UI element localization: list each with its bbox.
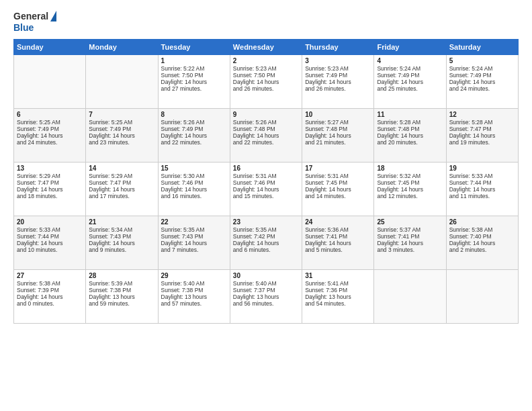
day-number: 10 [305, 111, 371, 118]
day-info: Daylight: 14 hours [89, 132, 154, 139]
day-info: and 19 minutes. [449, 139, 515, 146]
calendar-cell: 7Sunrise: 5:25 AMSunset: 7:49 PMDaylight… [86, 108, 158, 162]
day-info: Sunset: 7:41 PM [377, 233, 443, 240]
calendar-cell: 2Sunrise: 5:23 AMSunset: 7:50 PMDaylight… [230, 54, 302, 108]
calendar-cell: 22Sunrise: 5:35 AMSunset: 7:43 PMDayligh… [158, 216, 230, 269]
weekday-header-monday: Monday [86, 39, 158, 54]
day-info: Sunset: 7:50 PM [233, 72, 299, 79]
day-info: Sunrise: 5:33 AM [17, 226, 83, 233]
day-info: Sunrise: 5:29 AM [17, 173, 83, 179]
calendar-cell: 21Sunrise: 5:34 AMSunset: 7:43 PMDayligh… [86, 216, 158, 269]
day-info: and 21 minutes. [305, 139, 371, 146]
day-info: and 18 minutes. [17, 193, 83, 199]
calendar-cell: 23Sunrise: 5:35 AMSunset: 7:42 PMDayligh… [230, 216, 302, 269]
day-info: and 3 minutes. [377, 246, 443, 253]
day-info: Sunrise: 5:31 AM [233, 173, 299, 179]
day-info: Daylight: 14 hours [17, 132, 83, 139]
calendar-cell: 5Sunrise: 5:24 AMSunset: 7:49 PMDaylight… [446, 54, 518, 108]
day-info: Sunrise: 5:24 AM [377, 65, 443, 72]
day-number: 21 [89, 218, 154, 226]
day-info: Daylight: 14 hours [449, 79, 515, 85]
day-info: and 23 minutes. [89, 139, 154, 146]
day-info: Daylight: 14 hours [305, 132, 371, 139]
day-info: Daylight: 14 hours [89, 240, 154, 246]
day-info: and 24 minutes. [17, 139, 83, 146]
day-info: Sunset: 7:40 PM [449, 233, 515, 240]
calendar-cell [374, 269, 446, 323]
calendar-cell: 11Sunrise: 5:28 AMSunset: 7:48 PMDayligh… [374, 108, 446, 162]
day-number: 1 [161, 57, 227, 64]
day-number: 31 [305, 272, 371, 279]
day-info: Sunset: 7:46 PM [161, 179, 227, 186]
day-number: 13 [17, 165, 83, 172]
day-number: 19 [449, 165, 515, 172]
day-number: 18 [377, 165, 443, 172]
day-info: Sunset: 7:50 PM [161, 72, 227, 79]
day-info: Sunrise: 5:40 AM [233, 280, 299, 287]
day-number: 2 [233, 57, 299, 64]
day-number: 14 [89, 165, 154, 172]
day-number: 28 [89, 272, 154, 279]
day-number: 17 [305, 165, 371, 172]
header: General Blue [13, 11, 519, 34]
day-info: Daylight: 14 hours [233, 240, 299, 246]
day-info: Daylight: 14 hours [161, 132, 227, 139]
day-info: and 27 minutes. [161, 85, 227, 92]
day-number: 30 [233, 272, 299, 279]
day-number: 15 [161, 165, 227, 172]
calendar-cell: 31Sunrise: 5:41 AMSunset: 7:36 PMDayligh… [302, 269, 374, 323]
day-info: and 16 minutes. [161, 193, 227, 199]
calendar-cell [86, 54, 158, 108]
weekday-header-saturday: Saturday [446, 39, 518, 54]
day-info: Sunset: 7:38 PM [161, 287, 227, 293]
day-info: Sunset: 7:46 PM [233, 179, 299, 186]
day-info: and 10 minutes. [17, 246, 83, 253]
calendar-cell: 10Sunrise: 5:27 AMSunset: 7:48 PMDayligh… [302, 108, 374, 162]
calendar-cell: 16Sunrise: 5:31 AMSunset: 7:46 PMDayligh… [230, 162, 302, 216]
day-number: 20 [17, 218, 83, 226]
day-info: and 7 minutes. [161, 246, 227, 253]
day-info: Sunrise: 5:29 AM [89, 173, 154, 179]
week-row-2: 6Sunrise: 5:25 AMSunset: 7:49 PMDaylight… [14, 108, 519, 162]
calendar-cell [446, 269, 518, 323]
day-info: and 54 minutes. [305, 300, 371, 307]
day-info: and 59 minutes. [89, 300, 154, 307]
day-info: Sunset: 7:48 PM [305, 126, 371, 132]
day-info: Sunrise: 5:40 AM [161, 280, 227, 287]
day-info: Sunset: 7:38 PM [89, 287, 154, 293]
week-row-1: 1Sunrise: 5:22 AMSunset: 7:50 PMDaylight… [14, 54, 519, 108]
logo-general-text: General [13, 11, 48, 22]
day-info: Sunrise: 5:34 AM [89, 226, 154, 233]
day-info: Daylight: 14 hours [161, 240, 227, 246]
calendar-cell: 12Sunrise: 5:28 AMSunset: 7:47 PMDayligh… [446, 108, 518, 162]
day-info: Daylight: 14 hours [233, 132, 299, 139]
day-info: Sunset: 7:37 PM [233, 287, 299, 293]
day-info: Daylight: 14 hours [305, 186, 371, 193]
day-info: and 24 minutes. [449, 85, 515, 92]
day-info: Daylight: 14 hours [305, 240, 371, 246]
calendar-cell: 3Sunrise: 5:23 AMSunset: 7:49 PMDaylight… [302, 54, 374, 108]
week-row-4: 20Sunrise: 5:33 AMSunset: 7:44 PMDayligh… [14, 216, 519, 269]
calendar-cell: 13Sunrise: 5:29 AMSunset: 7:47 PMDayligh… [14, 162, 86, 216]
day-number: 8 [161, 111, 227, 118]
day-number: 23 [233, 218, 299, 226]
day-info: Sunrise: 5:35 AM [233, 226, 299, 233]
day-number: 26 [449, 218, 515, 226]
day-number: 4 [377, 57, 443, 64]
day-info: Daylight: 14 hours [17, 240, 83, 246]
weekday-header-row: SundayMondayTuesdayWednesdayThursdayFrid… [14, 39, 519, 54]
logo-blue-text: Blue [13, 22, 34, 34]
day-info: Daylight: 14 hours [377, 132, 443, 139]
weekday-header-friday: Friday [374, 39, 446, 54]
day-number: 11 [377, 111, 443, 118]
day-info: and 12 minutes. [377, 193, 443, 199]
day-info: Sunset: 7:49 PM [305, 72, 371, 79]
calendar-cell: 8Sunrise: 5:26 AMSunset: 7:49 PMDaylight… [158, 108, 230, 162]
calendar-cell: 19Sunrise: 5:33 AMSunset: 7:44 PMDayligh… [446, 162, 518, 216]
day-info: and 15 minutes. [233, 193, 299, 199]
day-info: Daylight: 14 hours [377, 240, 443, 246]
day-info: and 14 minutes. [305, 193, 371, 199]
page: General Blue SundayMondayTuesdayWednesda… [0, 0, 532, 411]
day-info: Sunrise: 5:25 AM [17, 119, 83, 126]
day-number: 29 [161, 272, 227, 279]
